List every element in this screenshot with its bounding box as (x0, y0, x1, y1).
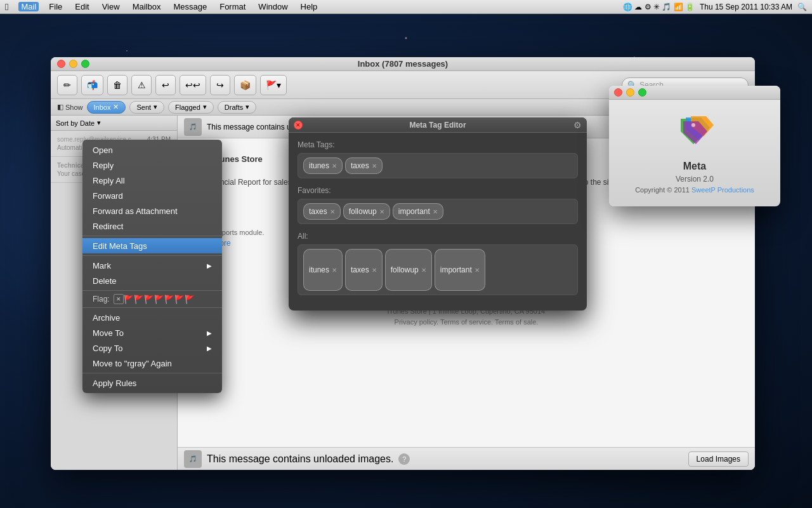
about-close-button[interactable] (614, 88, 622, 97)
archive-button[interactable]: 📦 (234, 75, 256, 95)
all-tag-followup-remove[interactable]: ✕ (421, 267, 426, 274)
search-icon[interactable]: 🔍 (797, 3, 807, 11)
load-images-button[interactable]: Load Images (688, 451, 749, 467)
meta-tag-taxes-remove[interactable]: ✕ (372, 163, 377, 170)
menu-message[interactable]: Message (171, 2, 209, 11)
ctx-forward[interactable]: Forward (82, 188, 222, 203)
ctx-redirect[interactable]: Redirect (82, 218, 222, 234)
meta-tag-taxes-label: taxes (351, 161, 369, 170)
tab-inbox[interactable]: Inbox ✕ (87, 101, 126, 114)
ctx-reply-all-label: Reply All (93, 176, 125, 185)
help-circle[interactable]: ? (398, 453, 410, 465)
flag-orange[interactable]: 🚩 (134, 294, 144, 304)
ctx-separator-2 (82, 255, 222, 256)
about-company-link[interactable]: SweetP Productions (691, 186, 754, 194)
inbox-label: Inbox (94, 104, 111, 111)
favorite-followup[interactable]: followup ✕ (343, 203, 390, 220)
maximize-button[interactable] (81, 60, 89, 68)
all-tag-taxes-label: taxes (351, 265, 369, 274)
meta-tag-editor-dialog: ✕ Meta Tag Editor ⚙ Meta Tags: itunes ✕ … (289, 117, 587, 311)
favorite-important[interactable]: important ✕ (393, 203, 443, 220)
menu-help[interactable]: Help (298, 2, 320, 11)
favorite-taxes-remove[interactable]: ✕ (330, 208, 335, 215)
favorite-taxes[interactable]: taxes ✕ (303, 203, 341, 220)
close-button[interactable] (57, 60, 65, 68)
about-maximize-button[interactable] (638, 88, 646, 97)
meta-tag-itunes-remove[interactable]: ✕ (332, 163, 337, 170)
flag-purple[interactable]: 🚩 (174, 294, 185, 304)
ctx-forward-label: Forward (93, 191, 123, 201)
about-minimize-button[interactable] (626, 88, 634, 97)
all-tag-itunes[interactable]: itunes ✕ (303, 249, 343, 291)
all-tag-taxes[interactable]: taxes ✕ (345, 249, 383, 291)
flag-clear[interactable]: ✕ (114, 294, 124, 304)
all-tag-taxes-remove[interactable]: ✕ (372, 267, 377, 274)
reply-all-button[interactable]: ↩↩ (180, 75, 206, 95)
ctx-apply-rules[interactable]: Apply Rules (82, 375, 222, 391)
sort-arrow: ▾ (97, 119, 101, 127)
ctx-open[interactable]: Open (82, 142, 222, 157)
flag-gray[interactable]: 🚩 (185, 294, 195, 304)
about-version: Version 2.0 (622, 175, 768, 184)
flag-red[interactable]: 🚩 (124, 294, 134, 304)
apple-menu[interactable]:  (5, 1, 8, 12)
meta-tag-itunes[interactable]: itunes ✕ (303, 157, 343, 174)
menu-mail[interactable]: Mail (18, 2, 39, 11)
ctx-reply-all[interactable]: Reply All (82, 173, 222, 188)
tab-drafts[interactable]: Drafts ▾ (218, 101, 256, 114)
favorite-important-label: important (398, 207, 430, 216)
menu-format[interactable]: Format (217, 2, 248, 11)
show-toggle[interactable]: ◧ Show (57, 103, 83, 111)
ctx-reply-label: Reply (93, 161, 114, 170)
delete-button[interactable]: 🗑 (107, 75, 128, 95)
sent-arrow: ▾ (154, 103, 157, 111)
menu-window[interactable]: Window (256, 2, 290, 11)
all-tag-important-remove[interactable]: ✕ (475, 267, 480, 274)
ctx-move-rgray[interactable]: Move to "rgray" Again (82, 356, 222, 371)
ctx-copy-to[interactable]: Copy To ▶ (82, 340, 222, 356)
menu-mailbox[interactable]: Mailbox (130, 2, 164, 11)
ctx-edit-meta-tags[interactable]: Edit Meta Tags (82, 238, 222, 253)
ctx-move-to[interactable]: Move To ▶ (82, 325, 222, 340)
meta-dialog-close[interactable]: ✕ (294, 121, 303, 130)
get-mail-button[interactable]: 📬 (81, 75, 103, 95)
menu-edit[interactable]: Edit (72, 2, 91, 11)
favorites-area[interactable]: taxes ✕ followup ✕ important ✕ (298, 199, 578, 224)
ctx-archive[interactable]: Archive (82, 310, 222, 325)
favorite-important-remove[interactable]: ✕ (433, 208, 438, 215)
flag-label: Flag: (93, 295, 110, 304)
flag-yellow[interactable]: 🚩 (144, 294, 154, 304)
menu-view[interactable]: View (100, 2, 122, 11)
tab-sent[interactable]: Sent ▾ (129, 101, 164, 114)
compose-button[interactable]: ✏ (57, 75, 77, 95)
menu-file[interactable]: File (46, 2, 65, 11)
junk-button[interactable]: ⚠ (131, 75, 152, 95)
reply-button[interactable]: ↩ (155, 75, 176, 95)
minimize-button[interactable] (69, 60, 77, 68)
tab-flagged[interactable]: Flagged ▾ (168, 101, 214, 114)
flag-blue[interactable]: 🚩 (164, 294, 174, 304)
all-tags-area[interactable]: itunes ✕ taxes ✕ followup ✕ important ✕ (298, 244, 578, 295)
flag-green[interactable]: 🚩 (154, 294, 164, 304)
flag-button[interactable]: 🚩▾ (260, 75, 287, 95)
ctx-mark[interactable]: Mark ▶ (82, 258, 222, 273)
all-tag-followup[interactable]: followup ✕ (385, 249, 432, 291)
meta-dialog-gear-icon[interactable]: ⚙ (573, 120, 582, 130)
ctx-reply[interactable]: Reply (82, 157, 222, 173)
all-tag-itunes-label: itunes (309, 265, 329, 274)
meta-tag-taxes[interactable]: taxes ✕ (345, 157, 383, 174)
window-titlebar: Inbox (7807 messages) (51, 57, 755, 71)
meta-icon-svg (674, 112, 715, 153)
ctx-mark-label: Mark (93, 261, 111, 271)
ctx-delete[interactable]: Delete (82, 273, 222, 288)
all-tag-important[interactable]: important ✕ (435, 249, 485, 291)
flagged-label: Flagged (175, 104, 200, 111)
sort-bar[interactable]: Sort by Date ▾ (51, 116, 177, 131)
inbox-close[interactable]: ✕ (113, 103, 119, 111)
ctx-separator-4 (82, 307, 222, 308)
meta-tags-area[interactable]: itunes ✕ taxes ✕ (298, 153, 578, 178)
favorite-followup-remove[interactable]: ✕ (379, 208, 384, 215)
all-tag-itunes-remove[interactable]: ✕ (332, 267, 337, 274)
ctx-forward-attachment[interactable]: Forward as Attachment (82, 203, 222, 218)
forward-button[interactable]: ↪ (210, 75, 230, 95)
